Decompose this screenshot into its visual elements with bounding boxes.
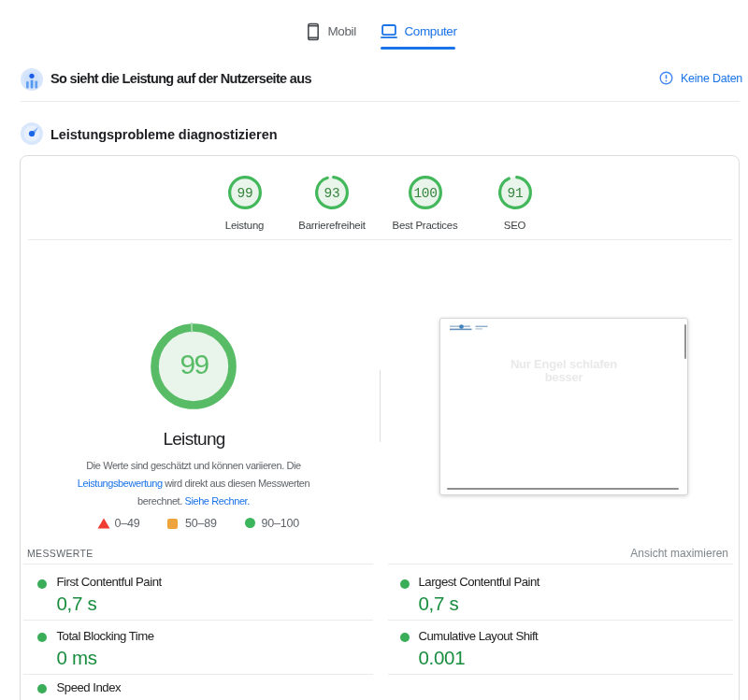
svg-text:93: 93 (324, 186, 340, 201)
svg-text:99: 99 (237, 186, 252, 201)
svg-text:91: 91 (507, 186, 523, 201)
svg-text:99: 99 (180, 348, 209, 379)
svg-text:100: 100 (413, 186, 437, 201)
